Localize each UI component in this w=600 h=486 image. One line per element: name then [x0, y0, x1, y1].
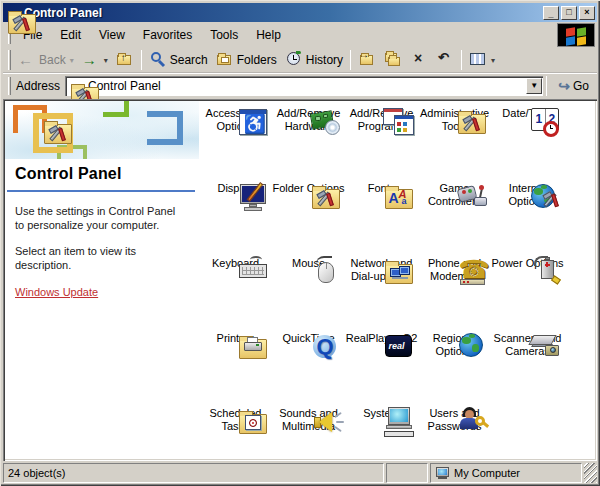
- chevron-down-icon[interactable]: ▾: [491, 56, 495, 65]
- control-panel-item-scheduled-tasks[interactable]: Scheduled Tasks: [199, 404, 272, 461]
- folder-up-icon: ↑: [116, 50, 134, 70]
- menu-view[interactable]: View: [90, 25, 134, 45]
- icon-grid: ♿Accessibility OptionsAdd/Remove Hardwar…: [199, 104, 564, 461]
- toolbar-button-up[interactable]: ↑: [112, 49, 138, 72]
- menu-tools[interactable]: Tools: [201, 25, 247, 45]
- toolbar-button-copy-to[interactable]: [380, 49, 406, 72]
- toolbar-button-move-to[interactable]: →: [354, 49, 380, 72]
- address-input[interactable]: Control Panel ▼: [65, 76, 543, 96]
- control-panel-item-quicktime[interactable]: QQuickTime: [272, 329, 345, 404]
- control-panel-item-mouse[interactable]: Mouse: [272, 254, 345, 329]
- toolbar-separator: [141, 50, 142, 70]
- control-panel-item-date-time[interactable]: 12Date/Time: [491, 104, 564, 179]
- toolbar-separator: [461, 50, 462, 70]
- toolbar-button-label: History: [306, 53, 343, 67]
- toolbar-grip[interactable]: [8, 50, 11, 70]
- control-panel-item-game-controllers[interactable]: Game Controllers: [418, 179, 491, 254]
- control-panel-item-network-and-dial-up-co[interactable]: Network and Dial-up Co...: [345, 254, 418, 329]
- maximize-button[interactable]: □: [561, 6, 577, 20]
- control-panel-window-icon: [5, 5, 21, 21]
- search-icon: [149, 50, 167, 70]
- my-computer-icon: [435, 466, 450, 480]
- control-panel-item-system[interactable]: System: [345, 404, 418, 461]
- control-panel-item-printers[interactable]: Printers: [199, 329, 272, 404]
- status-bar: 24 object(s) My Computer: [3, 463, 597, 483]
- control-panel-item-add-remove-programs[interactable]: Add/Remove Programs: [345, 104, 418, 179]
- copy-to-icon: [384, 50, 402, 70]
- title-bar[interactable]: Control Panel _ □ ×: [3, 3, 597, 22]
- minimize-button[interactable]: _: [543, 6, 559, 20]
- address-dropdown-button[interactable]: ▼: [526, 78, 542, 94]
- chevron-down-icon[interactable]: ▾: [70, 56, 74, 65]
- arrow-left-icon: ←: [18, 52, 36, 69]
- status-object-count: 24 object(s): [3, 463, 384, 483]
- control-panel-window: Control Panel _ □ × FileEditViewFavorite…: [0, 0, 600, 486]
- control-panel-item-internet-options[interactable]: Internet Options: [491, 179, 564, 254]
- control-panel-item-power-options[interactable]: Power Options: [491, 254, 564, 329]
- toolbar-button-forward[interactable]: →▾: [78, 49, 112, 72]
- window-title: Control Panel: [24, 6, 541, 20]
- control-panel-item-scanners-and-cameras[interactable]: Scanners and Cameras: [491, 329, 564, 404]
- sidebar-heading: Control Panel: [5, 159, 199, 190]
- toolbar: ←Back▾→▾↑SearchFoldersHistory→×↶▾: [3, 47, 597, 74]
- folders-icon: [216, 50, 234, 70]
- windows-logo-icon: [557, 23, 595, 47]
- control-panel-item-users-and-passwords[interactable]: Users and Passwords: [418, 404, 491, 461]
- go-arrow-icon: ↪: [558, 78, 570, 94]
- address-bar: Address Control Panel ▼ ↪ Go: [3, 74, 597, 98]
- views-icon: [469, 50, 487, 70]
- control-panel-item-phone-and-modem[interactable]: ☎Phone and Modem ...: [418, 254, 491, 329]
- control-panel-item-fonts[interactable]: AAaFonts: [345, 179, 418, 254]
- status-zone-label: My Computer: [454, 467, 520, 479]
- menu-help[interactable]: Help: [247, 25, 290, 45]
- control-panel-item-keyboard[interactable]: Keyboard: [199, 254, 272, 329]
- toolbar-button-history[interactable]: History: [281, 49, 347, 72]
- control-panel-icon: [68, 78, 84, 94]
- addressbar-grip[interactable]: [8, 77, 11, 95]
- control-panel-item-sounds-and-multimedia[interactable]: Sounds and Multimedia: [272, 404, 345, 461]
- webview-panel: Control Panel Use the settings in Contro…: [5, 101, 199, 459]
- windows-update-link[interactable]: Windows Update: [15, 286, 98, 298]
- toolbar-button-back[interactable]: ←Back▾: [14, 49, 78, 72]
- menu-bar: FileEditViewFavoritesToolsHelp: [3, 22, 597, 47]
- address-label: Address: [16, 79, 60, 93]
- arrow-right-icon: →: [82, 52, 100, 69]
- item-label: Mouse: [272, 257, 345, 270]
- item-label: Sounds and Multimedia: [272, 407, 345, 433]
- control-panel-banner: [5, 101, 199, 159]
- undo-icon: ↶: [436, 50, 454, 70]
- go-button[interactable]: ↪ Go: [550, 78, 595, 94]
- toolbar-button-search[interactable]: Search: [145, 49, 212, 72]
- menu-edit[interactable]: Edit: [51, 25, 90, 45]
- status-middle-pane: [386, 463, 428, 483]
- toolbar-button-delete[interactable]: ×: [406, 49, 432, 72]
- status-zone: My Computer: [430, 463, 582, 483]
- toolbar-separator: [350, 50, 351, 70]
- move-to-icon: →: [358, 50, 376, 70]
- toolbar-button-views[interactable]: ▾: [465, 49, 499, 72]
- toolbar-button-label: Search: [170, 53, 208, 67]
- toolbar-button-label: Folders: [237, 53, 277, 67]
- toolbar-button-folders[interactable]: Folders: [212, 49, 281, 72]
- resize-grip[interactable]: [584, 463, 597, 483]
- go-label: Go: [573, 79, 589, 93]
- chevron-down-icon[interactable]: ▾: [104, 56, 108, 65]
- address-value: Control Panel: [88, 79, 526, 93]
- control-panel-item-realplayer-g2[interactable]: realRealPlayer G2: [345, 329, 418, 404]
- control-panel-item-display[interactable]: Display: [199, 179, 272, 254]
- control-panel-item-administrative-tools[interactable]: Administrative Tools: [418, 104, 491, 179]
- history-icon: [285, 50, 303, 70]
- toolbar-button-label: Back: [39, 53, 66, 67]
- sidebar-description-1: Use the settings in Control Panel to per…: [5, 192, 199, 232]
- control-panel-item-accessibility-options[interactable]: ♿Accessibility Options: [199, 104, 272, 179]
- menu-favorites[interactable]: Favorites: [134, 25, 201, 45]
- control-panel-item-add-remove-hardware[interactable]: Add/Remove Hardware: [272, 104, 345, 179]
- delete-icon: ×: [410, 50, 428, 70]
- toolbar-button-undo[interactable]: ↶: [432, 49, 458, 72]
- control-panel-item-folder-options[interactable]: Folder Options: [272, 179, 345, 254]
- folder-view: Control Panel Use the settings in Contro…: [3, 99, 597, 461]
- close-button[interactable]: ×: [579, 6, 595, 20]
- control-panel-item-regional-options[interactable]: Regional Options: [418, 329, 491, 404]
- sidebar-description-2: Select an item to view its description.: [5, 232, 199, 272]
